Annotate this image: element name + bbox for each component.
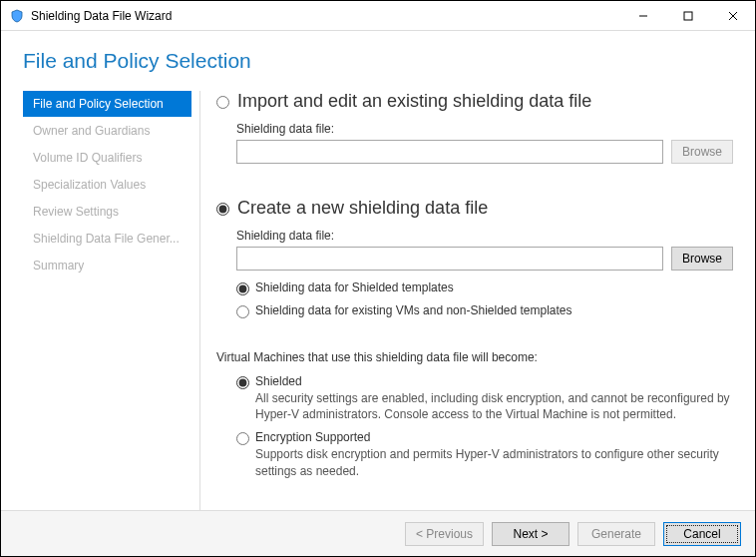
vm-shielded-option[interactable]: Shielded All security settings are enabl… xyxy=(236,374,733,422)
titlebar: Shielding Data File Wizard xyxy=(1,1,755,31)
footer: < Previous Next > Generate Cancel xyxy=(1,510,755,556)
create-file-input[interactable] xyxy=(236,247,663,271)
app-icon xyxy=(9,8,25,24)
template-nonshielded-option[interactable]: Shielding data for existing VMs and non-… xyxy=(236,303,733,318)
close-button[interactable] xyxy=(710,1,755,30)
maximize-button[interactable] xyxy=(665,1,710,30)
import-browse-button[interactable]: Browse xyxy=(671,140,733,164)
window-controls xyxy=(620,1,755,30)
vm-shielded-label: Shielded xyxy=(255,374,733,388)
vm-shielded-radio[interactable] xyxy=(236,376,249,389)
option-create[interactable]: Create a new shielding data file xyxy=(216,198,733,219)
option-import[interactable]: Import and edit an existing shielding da… xyxy=(216,91,733,112)
window-title: Shielding Data File Wizard xyxy=(31,9,620,23)
main-panel: Import and edit an existing shielding da… xyxy=(200,91,755,510)
option-import-label: Import and edit an existing shielding da… xyxy=(237,91,591,112)
template-nonshielded-label: Shielding data for existing VMs and non-… xyxy=(255,303,572,317)
template-shielded-radio[interactable] xyxy=(236,282,249,295)
vm-encryption-option[interactable]: Encryption Supported Supports disk encry… xyxy=(236,430,733,478)
option-create-radio[interactable] xyxy=(216,203,229,216)
page-title: File and Policy Selection xyxy=(1,31,755,91)
option-create-label: Create a new shielding data file xyxy=(237,198,488,219)
generate-button[interactable]: Generate xyxy=(577,522,655,546)
template-shielded-option[interactable]: Shielding data for Shielded templates xyxy=(236,280,733,295)
wizard-window: Shielding Data File Wizard File and Poli… xyxy=(0,0,756,557)
vm-encryption-desc: Supports disk encryption and permits Hyp… xyxy=(255,446,733,478)
create-file-label: Shielding data file: xyxy=(236,229,733,243)
svg-rect-1 xyxy=(684,12,692,20)
previous-button[interactable]: < Previous xyxy=(405,522,484,546)
minimize-button[interactable] xyxy=(620,1,665,30)
import-file-input[interactable] xyxy=(236,140,663,164)
vm-encryption-radio[interactable] xyxy=(236,432,249,445)
create-browse-button[interactable]: Browse xyxy=(671,247,733,271)
import-file-label: Shielding data file: xyxy=(236,122,733,136)
vm-shielded-desc: All security settings are enabled, inclu… xyxy=(255,390,733,422)
template-nonshielded-radio[interactable] xyxy=(236,305,249,318)
content: File and Policy Selection File and Polic… xyxy=(1,31,755,556)
vm-info-text: Virtual Machines that use this shielding… xyxy=(216,350,733,364)
nav-summary[interactable]: Summary xyxy=(23,253,191,278)
vm-encryption-label: Encryption Supported xyxy=(255,430,733,444)
nav-file-and-policy-selection[interactable]: File and Policy Selection xyxy=(23,91,191,117)
template-shielded-label: Shielding data for Shielded templates xyxy=(255,280,454,294)
nav-specialization-values[interactable]: Specialization Values xyxy=(23,172,191,198)
nav-review-settings[interactable]: Review Settings xyxy=(23,199,191,225)
option-import-radio[interactable] xyxy=(216,96,229,109)
nav-volume-id-qualifiers[interactable]: Volume ID Qualifiers xyxy=(23,145,191,171)
next-button[interactable]: Next > xyxy=(492,522,569,546)
nav-shielding-data-file-generation[interactable]: Shielding Data File Gener... xyxy=(23,226,191,252)
cancel-button[interactable]: Cancel xyxy=(663,522,741,546)
body: File and Policy Selection Owner and Guar… xyxy=(1,91,755,510)
nav-owner-and-guardians[interactable]: Owner and Guardians xyxy=(23,118,191,144)
sidebar: File and Policy Selection Owner and Guar… xyxy=(1,91,200,510)
